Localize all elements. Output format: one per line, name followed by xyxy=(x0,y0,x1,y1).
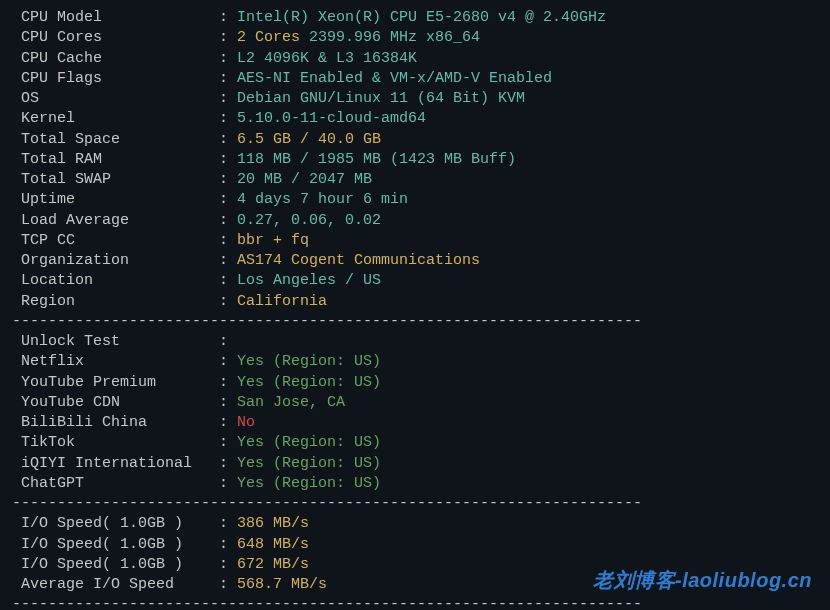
watermark: 老刘博客-laoliublog.cn xyxy=(593,567,812,594)
row-label: Average I/O Speed xyxy=(12,576,219,593)
terminal-output: CPU Model : Intel(R) Xeon(R) CPU E5-2680… xyxy=(12,8,818,610)
row-value: 568.7 MB/s xyxy=(237,576,327,593)
row-value: Yes (Region: US) xyxy=(237,353,381,370)
row-label: Total RAM xyxy=(12,151,219,168)
info-row: Total RAM : 118 MB / 1985 MB (1423 MB Bu… xyxy=(12,150,818,170)
row-label: CPU Cores xyxy=(12,29,219,46)
info-row: I/O Speed( 1.0GB ) : 386 MB/s xyxy=(12,514,818,534)
colon: : xyxy=(219,151,237,168)
colon: : xyxy=(219,252,237,269)
info-row: CPU Cache : L2 4096K & L3 16384K xyxy=(12,49,818,69)
colon: : xyxy=(219,70,237,87)
row-value: L2 4096K & L3 16384K xyxy=(237,50,417,67)
row-value: 5.10.0-11-cloud-amd64 xyxy=(237,110,426,127)
row-label: Kernel xyxy=(12,110,219,127)
colon: : xyxy=(219,212,237,229)
colon: : xyxy=(219,536,237,553)
row-value: 2399.996 MHz x86_64 xyxy=(300,29,480,46)
row-label: I/O Speed( 1.0GB ) xyxy=(12,536,219,553)
row-value: 20 MB / 2047 MB xyxy=(237,171,372,188)
info-row: Load Average : 0.27, 0.06, 0.02 xyxy=(12,211,818,231)
row-value: 6.5 GB / 40.0 GB xyxy=(237,131,381,148)
row-label: Location xyxy=(12,272,219,289)
row-value: AS174 Cogent Communications xyxy=(237,252,480,269)
row-value: 2 Cores xyxy=(237,29,300,46)
colon: : xyxy=(219,475,237,492)
row-label: Netflix xyxy=(12,353,219,370)
unlock-header: Unlock Test : xyxy=(12,332,818,352)
info-row: CPU Model : Intel(R) Xeon(R) CPU E5-2680… xyxy=(12,8,818,28)
info-row: Total Space : 6.5 GB / 40.0 GB xyxy=(12,130,818,150)
colon: : xyxy=(219,110,237,127)
row-value: 648 MB/s xyxy=(237,536,309,553)
row-label: TCP CC xyxy=(12,232,219,249)
colon: : xyxy=(219,394,237,411)
row-label: OS xyxy=(12,90,219,107)
row-value: No xyxy=(237,414,255,431)
info-row: OS : Debian GNU/Linux 11 (64 Bit) KVM xyxy=(12,89,818,109)
row-label: ChatGPT xyxy=(12,475,219,492)
info-row: ChatGPT : Yes (Region: US) xyxy=(12,474,818,494)
row-label: CPU Cache xyxy=(12,50,219,67)
row-label: iQIYI International xyxy=(12,455,219,472)
row-label: Uptime xyxy=(12,191,219,208)
info-row: Uptime : 4 days 7 hour 6 min xyxy=(12,190,818,210)
row-value: Yes (Region: US) xyxy=(237,455,381,472)
divider: ----------------------------------------… xyxy=(12,494,818,514)
info-row: CPU Flags : AES-NI Enabled & VM-x/AMD-V … xyxy=(12,69,818,89)
row-value: Yes (Region: US) xyxy=(237,434,381,451)
row-value: 0.27, 0.06, 0.02 xyxy=(237,212,381,229)
row-label: Organization xyxy=(12,252,219,269)
row-label: Total Space xyxy=(12,131,219,148)
colon: : xyxy=(219,374,237,391)
info-row: CPU Cores : 2 Cores 2399.996 MHz x86_64 xyxy=(12,28,818,48)
row-value: Debian GNU/Linux 11 (64 Bit) KVM xyxy=(237,90,525,107)
colon: : xyxy=(219,576,237,593)
row-label: YouTube CDN xyxy=(12,394,219,411)
info-row: Netflix : Yes (Region: US) xyxy=(12,352,818,372)
info-row: BiliBili China : No xyxy=(12,413,818,433)
colon: : xyxy=(219,171,237,188)
colon: : xyxy=(219,232,237,249)
info-row: Location : Los Angeles / US xyxy=(12,271,818,291)
info-row: Total SWAP : 20 MB / 2047 MB xyxy=(12,170,818,190)
row-value: California xyxy=(237,293,327,310)
info-row: I/O Speed( 1.0GB ) : 648 MB/s xyxy=(12,535,818,555)
row-label: YouTube Premium xyxy=(12,374,219,391)
row-value: Yes (Region: US) xyxy=(237,475,381,492)
colon: : xyxy=(219,131,237,148)
colon: : xyxy=(219,272,237,289)
row-label: TikTok xyxy=(12,434,219,451)
divider: ----------------------------------------… xyxy=(12,312,818,332)
row-label: Region xyxy=(12,293,219,310)
colon: : xyxy=(219,556,237,573)
colon: : xyxy=(219,293,237,310)
row-value: bbr + fq xyxy=(237,232,309,249)
info-row: Region : California xyxy=(12,292,818,312)
info-row: TCP CC : bbr + fq xyxy=(12,231,818,251)
colon: : xyxy=(219,515,237,532)
colon: : xyxy=(219,50,237,67)
colon: : xyxy=(219,191,237,208)
info-row: iQIYI International : Yes (Region: US) xyxy=(12,454,818,474)
row-label: Load Average xyxy=(12,212,219,229)
row-label: CPU Flags xyxy=(12,70,219,87)
row-label: I/O Speed( 1.0GB ) xyxy=(12,515,219,532)
row-label: Total SWAP xyxy=(12,171,219,188)
info-row: Kernel : 5.10.0-11-cloud-amd64 xyxy=(12,109,818,129)
colon: : xyxy=(219,414,237,431)
info-row: TikTok : Yes (Region: US) xyxy=(12,433,818,453)
row-value: Intel(R) Xeon(R) CPU E5-2680 v4 @ 2.40GH… xyxy=(237,9,606,26)
colon: : xyxy=(219,353,237,370)
colon: : xyxy=(219,90,237,107)
row-value: 118 MB / 1985 MB (1423 MB Buff) xyxy=(237,151,516,168)
row-value: AES-NI Enabled & VM-x/AMD-V Enabled xyxy=(237,70,552,87)
row-value: Yes (Region: US) xyxy=(237,374,381,391)
row-value: Los Angeles / US xyxy=(237,272,381,289)
info-row: Organization : AS174 Cogent Communicatio… xyxy=(12,251,818,271)
row-value: 386 MB/s xyxy=(237,515,309,532)
info-row: YouTube CDN : San Jose, CA xyxy=(12,393,818,413)
row-value: 672 MB/s xyxy=(237,556,309,573)
row-value: 4 days 7 hour 6 min xyxy=(237,191,408,208)
row-label: I/O Speed( 1.0GB ) xyxy=(12,556,219,573)
